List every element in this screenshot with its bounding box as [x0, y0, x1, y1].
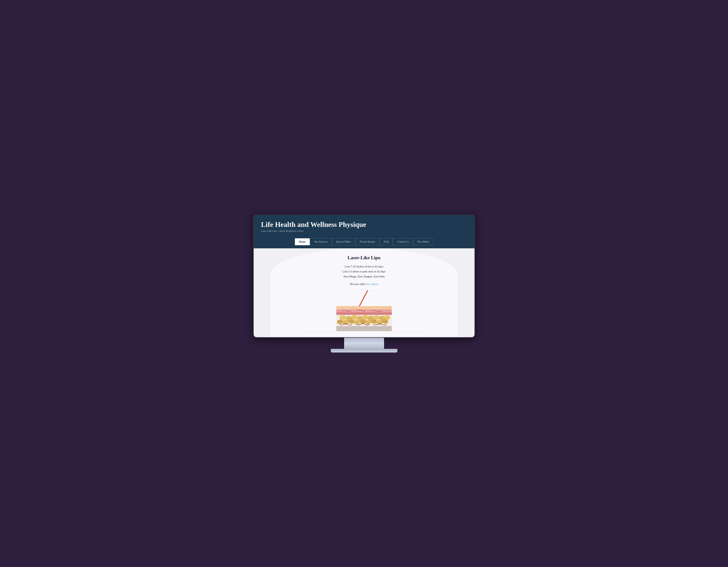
site-header: Life Health and Wellness Physique Laser … [254, 215, 474, 236]
hero-lines: Lose 7-23 inches of Fat in 42 days Lose … [257, 264, 471, 279]
site-subtitle: Laser Like Lipo - Quick Weightloss Cente… [261, 230, 467, 232]
monitor-wrapper: Life Health and Wellness Physique Laser … [253, 215, 475, 353]
pay-online-link[interactable]: Pay Online [366, 282, 378, 286]
offer-prefix: We now offer [350, 282, 366, 286]
hero-line1: Lose 7-23 inches of Fat in 42 days [257, 264, 471, 269]
offer-line: We now offer Pay Online [257, 282, 471, 286]
lipo-image-container [302, 290, 426, 331]
site-title: Life Health and Wellness Physique [261, 220, 467, 228]
svg-line-0 [359, 291, 368, 306]
svg-point-15 [342, 320, 349, 325]
nav-item-home[interactable]: Home [295, 238, 310, 245]
svg-point-9 [362, 315, 369, 320]
svg-rect-25 [336, 326, 392, 331]
svg-point-14 [337, 320, 343, 324]
lipo-illustration [302, 291, 426, 331]
hero-line3: Zero Drugs, Zero Surgery, Zero Pain [257, 274, 471, 279]
hero-line2: Lose 2-5 dress or pant sizes in 42 days [257, 269, 471, 274]
svg-point-5 [339, 315, 346, 320]
svg-point-7 [351, 315, 358, 320]
nav-item-contact-us[interactable]: Contact Us [393, 238, 413, 245]
svg-point-19 [365, 320, 371, 325]
svg-rect-1 [336, 306, 392, 310]
monitor-stand-base [331, 349, 397, 353]
nav-item-special-offers[interactable]: Special Offers [332, 238, 355, 245]
nav-item-proven-results[interactable]: Proven Results [355, 238, 379, 245]
main-content: Laser-Like Lipo Lose 7-23 inches of Fat … [254, 248, 474, 337]
nav-bar: Home Our Services Special Offers Proven … [254, 236, 474, 248]
monitor-screen: Life Health and Wellness Physique Laser … [253, 215, 475, 338]
nav-item-faq[interactable]: FAQ [379, 238, 393, 245]
hero-title: Laser-Like Lipo [257, 255, 471, 260]
content-inner: Laser-Like Lipo Lose 7-23 inches of Fat … [254, 248, 474, 331]
monitor-stand-neck [344, 338, 384, 349]
nav-item-pay-online[interactable]: Pay Online [413, 238, 433, 245]
svg-rect-3 [336, 313, 392, 315]
svg-point-17 [354, 320, 360, 325]
nav-item-our-services[interactable]: Our Services [310, 238, 332, 245]
